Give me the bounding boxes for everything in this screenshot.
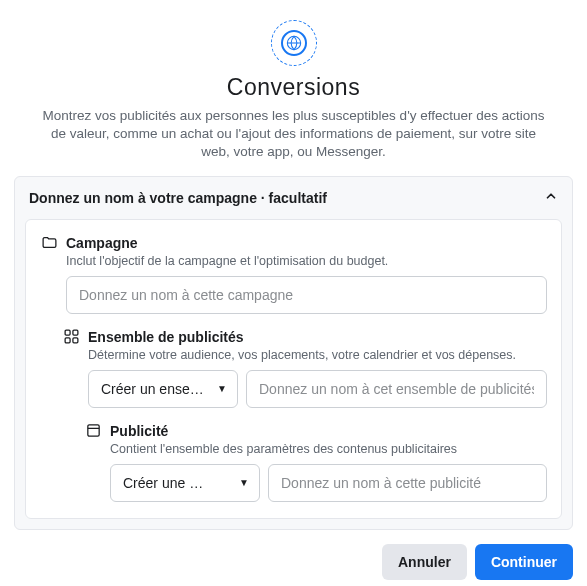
conversions-icon	[271, 20, 317, 66]
adset-create-select[interactable]: Créer un ense… ▼	[88, 370, 238, 408]
svg-rect-2	[72, 330, 77, 335]
ad-select-value: Créer une …	[123, 475, 203, 491]
continue-button[interactable]: Continuer	[475, 544, 573, 580]
grid-icon	[62, 328, 80, 346]
svg-rect-3	[65, 338, 70, 343]
adset-label: Ensemble de publicités	[88, 329, 244, 345]
caret-down-icon: ▼	[239, 477, 249, 488]
folder-icon	[40, 234, 58, 252]
naming-panel: Donnez un nom à votre campagne · faculta…	[14, 176, 573, 530]
footer-actions: Annuler Continuer	[0, 530, 587, 580]
adset-level: Ensemble de publicités Détermine votre a…	[62, 328, 547, 408]
hero-section: Conversions Montrez vos publicités aux p…	[14, 14, 573, 176]
page-title: Conversions	[14, 74, 573, 101]
campaign-label: Campagne	[66, 235, 138, 251]
panel-header-toggle[interactable]: Donnez un nom à votre campagne · faculta…	[15, 177, 572, 219]
svg-rect-1	[65, 330, 70, 335]
ad-level: Publicité Contient l'ensemble des paramè…	[84, 422, 547, 502]
ad-create-select[interactable]: Créer une … ▼	[110, 464, 260, 502]
svg-rect-5	[87, 425, 98, 436]
page-description: Montrez vos publicités aux personnes les…	[39, 107, 549, 162]
adset-description: Détermine votre audience, vos placements…	[88, 348, 547, 362]
campaign-name-input[interactable]	[66, 276, 547, 314]
adset-name-input[interactable]	[246, 370, 547, 408]
ad-label: Publicité	[110, 423, 168, 439]
cancel-button[interactable]: Annuler	[382, 544, 467, 580]
campaign-level: Campagne Inclut l'objectif de la campagn…	[40, 234, 547, 314]
campaign-description: Inclut l'objectif de la campagne et l'op…	[66, 254, 547, 268]
panel-body: Campagne Inclut l'objectif de la campagn…	[25, 219, 562, 519]
adset-select-value: Créer un ense…	[101, 381, 204, 397]
ad-icon	[84, 422, 102, 440]
chevron-up-icon	[544, 189, 558, 207]
ad-name-input[interactable]	[268, 464, 547, 502]
svg-rect-4	[72, 338, 77, 343]
caret-down-icon: ▼	[217, 383, 227, 394]
panel-title: Donnez un nom à votre campagne · faculta…	[29, 190, 327, 206]
ad-description: Contient l'ensemble des paramètres des c…	[110, 442, 547, 456]
